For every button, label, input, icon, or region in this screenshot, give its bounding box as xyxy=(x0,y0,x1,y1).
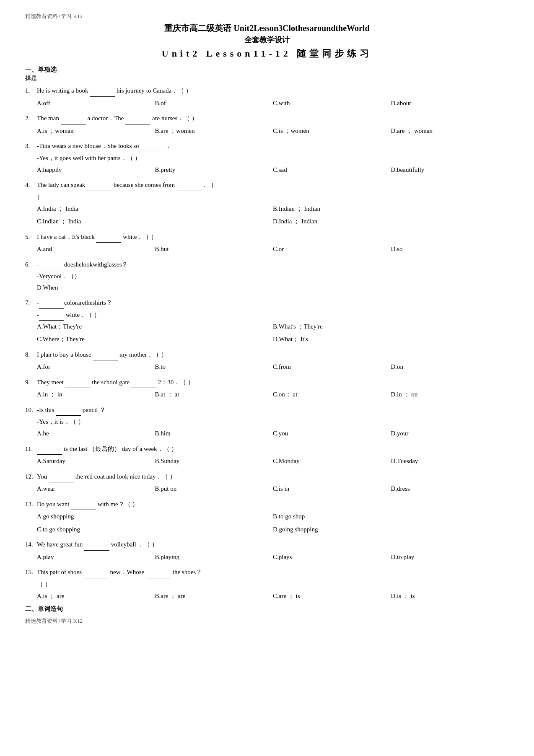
q9-optB: B.at ； at xyxy=(155,388,273,401)
question-7: 7. -coloraretheshirts？ - white．（ ） A.Wha… xyxy=(25,297,509,345)
q8-optA: A.for xyxy=(37,361,155,373)
q1-text: He is writing a book his journey to Cana… xyxy=(37,85,509,97)
q7-num: 7. xyxy=(25,297,37,308)
q13-text: Do you want with me？（ ） xyxy=(37,498,509,510)
q3-text: -Tina wears a new blouse．She looks so ． xyxy=(37,140,509,152)
q12-num: 12. xyxy=(25,471,37,482)
q12-text: You the red coat and look nice today．（ ） xyxy=(37,471,509,483)
watermark-bottom: 精选教育资料+学习 K12 xyxy=(25,617,509,625)
q12-optC: C.is in xyxy=(273,483,391,495)
q15-text: This pair of shoes new．Whose the shoes？ xyxy=(37,566,509,578)
q13-num: 13. xyxy=(25,499,37,510)
section1-title: 一、单项选 xyxy=(25,66,509,74)
q8-num: 8. xyxy=(25,349,37,360)
q2-optC: C.is ；women xyxy=(273,125,391,137)
q4-cont: ） xyxy=(37,192,509,203)
q3-optB: B.pretty xyxy=(155,164,273,176)
q8-optB: B.to xyxy=(155,361,273,373)
q7-optD: D.What； It's xyxy=(273,333,509,345)
q3-optA: A.happily xyxy=(37,164,155,176)
question-12: 12. You the red coat and look nice today… xyxy=(25,471,509,495)
q9-optC: C.on； at xyxy=(273,388,391,401)
question-4: 4. The lady can speak because she comes … xyxy=(25,179,509,228)
q15-num: 15. xyxy=(25,567,37,578)
q4-optC: C.Indian ； India xyxy=(37,215,273,228)
q15-paren: （ ） xyxy=(37,579,509,590)
q2-optD: D.are ； woman xyxy=(391,125,509,137)
lesson-title: Unit2 Lesson11-12 随堂同步练习 xyxy=(25,47,509,60)
section2-title: 二、单词造句 xyxy=(25,605,509,613)
q12-optB: B.put on xyxy=(155,483,273,495)
q14-optC: C.plays xyxy=(273,551,391,563)
q9-optD: D.in ； on xyxy=(391,388,509,401)
q5-optB: B.but xyxy=(155,243,273,255)
q6-optD: D.When xyxy=(37,282,509,293)
q7-optB: B.What's ；They're xyxy=(273,321,509,333)
question-1: 1. He is writing a book his journey to C… xyxy=(25,85,509,109)
question-9: 9. They meet the school gate 2：30．（ ） A.… xyxy=(25,376,509,401)
question-6: 6. -doeshelookwithglasses？ -Verycool．（） … xyxy=(25,259,509,294)
q15-optA: A.is ； are xyxy=(37,590,155,602)
q14-optD: D.to play xyxy=(391,551,509,563)
q1-optD: D.about xyxy=(391,97,509,109)
q10-num: 10. xyxy=(25,404,37,416)
q11-optD: D.Tuesday xyxy=(391,455,509,467)
q8-text: I plan to buy a blouse my mother．（ ） xyxy=(37,349,509,361)
q2-text: The man a doctor．The are nurses．（ ） xyxy=(37,112,509,124)
q7-text: -coloraretheshirts？ xyxy=(37,297,509,309)
q14-optA: A.play xyxy=(37,551,155,563)
question-15: 15. This pair of shoes new．Whose the sho… xyxy=(25,566,509,602)
q3-optC: C.sad xyxy=(273,164,391,176)
q12-optD: D.dress xyxy=(391,483,509,495)
q11-optC: C.Monday xyxy=(273,455,391,467)
q11-optA: A.Saturday xyxy=(37,455,155,467)
q14-text: We have great fun volleyball ．（ ） xyxy=(37,539,509,551)
q15-optD: D.is ； is xyxy=(391,590,509,602)
question-2: 2. The man a doctor．The are nurses．（ ） A… xyxy=(25,112,509,137)
q7-text2: - white．（ ） xyxy=(37,309,509,321)
question-8: 8. I plan to buy a blouse my mother．（ ） … xyxy=(25,349,509,373)
q4-num: 4. xyxy=(25,179,37,191)
q4-optD: D.India ； Indian xyxy=(273,215,509,228)
q8-optC: C.from xyxy=(273,361,391,373)
q5-num: 5. xyxy=(25,231,37,243)
q15-optC: C.are ； is xyxy=(273,590,391,602)
q8-optD: D.on xyxy=(391,361,509,373)
question-11: 11. is the last （最后的） day of a week．（ ） … xyxy=(25,443,509,467)
q10-optC: C.you xyxy=(273,427,391,440)
q14-num: 14. xyxy=(25,539,37,550)
q2-num: 2. xyxy=(25,113,37,124)
q7-optA: A.What；They're xyxy=(37,321,273,333)
q5-optC: C.or xyxy=(273,243,391,255)
q2-optA: A.is ；woman xyxy=(37,125,155,137)
q14-optB: B.playing xyxy=(155,551,273,563)
q4-optB: B.Indian ； Indian xyxy=(273,203,509,215)
q11-optB: B.Sunday xyxy=(155,455,273,467)
q7-optC: C.Where；They're xyxy=(37,333,273,345)
q3-optD: D.beautifully xyxy=(391,164,509,176)
watermark-top: 精选教育资料+学习 K12 xyxy=(25,13,509,20)
q10-text: -Is this pencil ？ xyxy=(37,404,509,416)
sub-title: 全套教学设计 xyxy=(25,35,509,45)
q1-optB: B.of xyxy=(155,97,273,109)
q3-num: 3. xyxy=(25,140,37,152)
q10-optA: A.he xyxy=(37,427,155,440)
q1-num: 1. xyxy=(25,85,37,96)
question-10: 10. -Is this pencil ？ -Yes，it is．（ ） A.h… xyxy=(25,404,509,440)
q5-optA: A.and xyxy=(37,243,155,255)
q13-optB: B.to go shop xyxy=(273,510,509,523)
main-title: 重庆市高二级英语 Unit2Lesson3ClothesaroundtheWor… xyxy=(25,23,509,34)
q11-num: 11. xyxy=(25,443,37,455)
q9-optA: A.in ； in xyxy=(37,388,155,401)
q15-optB: B.are ； are xyxy=(155,590,273,602)
q10-optD: D.your xyxy=(391,427,509,440)
q5-optD: D.so xyxy=(391,243,509,255)
q9-num: 9. xyxy=(25,377,37,388)
q9-text: They meet the school gate 2：30．（ ） xyxy=(37,376,509,388)
q12-optA: A.wear xyxy=(37,483,155,495)
q10-optB: B.him xyxy=(155,427,273,440)
question-3: 3. -Tina wears a new blouse．She looks so… xyxy=(25,140,509,176)
q1-optA: A.off xyxy=(37,97,155,109)
q13-optC: C.to go shopping xyxy=(37,523,273,536)
q4-text: The lady can speak because she comes fro… xyxy=(37,179,509,191)
